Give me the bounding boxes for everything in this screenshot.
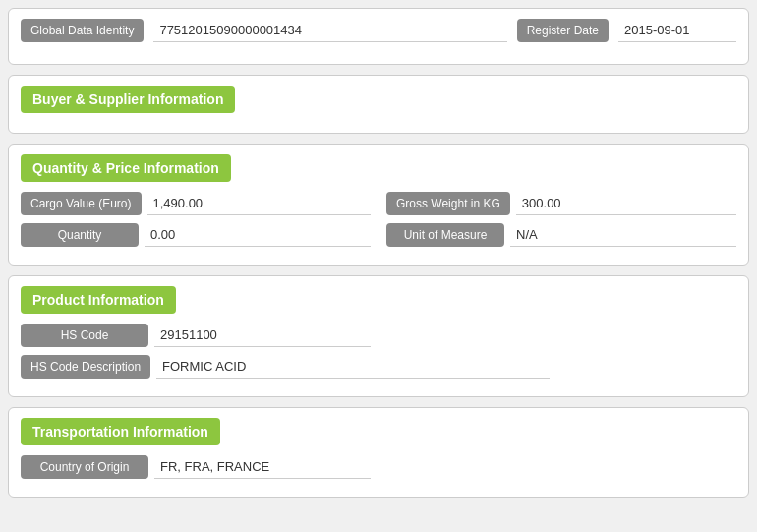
country-of-origin-label: Country of Origin xyxy=(21,455,148,479)
quantity-value: 0.00 xyxy=(145,223,371,247)
gross-weight-group: Gross Weight in KG 300.00 xyxy=(386,192,736,215)
unit-of-measure-group: Unit of Measure N/A xyxy=(386,223,736,247)
buyer-supplier-header: Buyer & Supplier Information xyxy=(21,86,235,113)
hs-code-label: HS Code xyxy=(21,324,148,347)
quantity-price-section: Quantity & Price Information Cargo Value… xyxy=(8,144,749,266)
register-date-label: Register Date xyxy=(517,19,609,42)
global-data-identity-value: 77512015090000001434 xyxy=(153,19,506,42)
hs-code-desc-group: HS Code Description FORMIC ACID xyxy=(21,355,736,379)
country-of-origin-value: FR, FRA, FRANCE xyxy=(154,455,371,479)
quantity-label: Quantity xyxy=(21,223,139,247)
gross-weight-value: 300.00 xyxy=(516,192,736,215)
hs-code-value: 29151100 xyxy=(154,324,371,347)
quantity-group: Quantity 0.00 xyxy=(21,223,371,247)
product-header: Product Information xyxy=(21,286,176,314)
cargo-gross-row: Cargo Value (Euro) 1,490.00 Gross Weight… xyxy=(21,192,736,215)
country-of-origin-group: Country of Origin FR, FRA, FRANCE xyxy=(21,455,736,479)
cargo-value-group: Cargo Value (Euro) 1,490.00 xyxy=(21,192,371,215)
transportation-section: Transportation Information Country of Or… xyxy=(8,407,749,498)
quantity-uom-row: Quantity 0.00 Unit of Measure N/A xyxy=(21,223,736,247)
unit-of-measure-value: N/A xyxy=(510,223,736,247)
gross-weight-label: Gross Weight in KG xyxy=(386,192,510,215)
quantity-price-header: Quantity & Price Information xyxy=(21,154,231,182)
product-section: Product Information HS Code 29151100 HS … xyxy=(8,275,749,397)
hs-code-group: HS Code 29151100 xyxy=(21,324,736,347)
cargo-value-value: 1,490.00 xyxy=(147,192,372,215)
hs-code-desc-value: FORMIC ACID xyxy=(156,355,550,379)
buyer-supplier-section: Buyer & Supplier Information xyxy=(8,75,749,134)
hs-code-desc-label: HS Code Description xyxy=(21,355,150,379)
transportation-header: Transportation Information xyxy=(21,418,220,445)
global-data-identity-label: Global Data Identity xyxy=(21,19,144,42)
cargo-value-label: Cargo Value (Euro) xyxy=(21,192,142,215)
unit-of-measure-label: Unit of Measure xyxy=(386,223,504,247)
register-date-value: 2015-09-01 xyxy=(618,19,736,42)
